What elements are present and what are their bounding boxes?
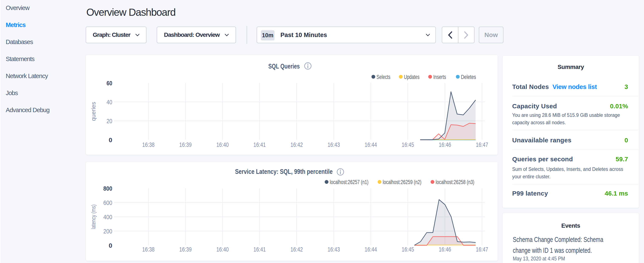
svg-text:200: 200: [103, 228, 112, 235]
svg-text:400: 400: [103, 214, 112, 220]
svg-text:16:43: 16:43: [328, 141, 340, 148]
svg-text:40: 40: [106, 99, 112, 106]
svg-text:16:40: 16:40: [216, 141, 229, 148]
svg-text:16:47: 16:47: [476, 141, 488, 148]
svg-text:60: 60: [106, 80, 112, 87]
svg-text:800: 800: [103, 185, 112, 192]
svg-text:0: 0: [109, 136, 112, 143]
svg-text:localhost:26257 (n1): localhost:26257 (n1): [330, 179, 368, 185]
svg-text:16:43: 16:43: [328, 246, 340, 253]
svg-text:16:39: 16:39: [179, 141, 192, 148]
svg-text:0: 0: [109, 242, 112, 249]
svg-text:localhost:26259 (n2): localhost:26259 (n2): [383, 179, 422, 185]
svg-text:16:38: 16:38: [142, 246, 154, 253]
svg-text:Inserts: Inserts: [433, 74, 446, 80]
svg-text:Selects: Selects: [376, 74, 390, 80]
svg-text:16:47: 16:47: [476, 246, 488, 253]
svg-text:16:39: 16:39: [179, 246, 192, 253]
svg-text:16:44: 16:44: [365, 141, 377, 148]
svg-text:localhost:26258 (n3): localhost:26258 (n3): [436, 179, 474, 185]
svg-text:SQL Queries: SQL Queries: [268, 63, 300, 70]
svg-text:Updates: Updates: [404, 74, 420, 80]
svg-text:16:45: 16:45: [402, 246, 414, 253]
svg-text:16:38: 16:38: [142, 141, 154, 148]
svg-text:600: 600: [103, 199, 112, 206]
svg-text:16:46: 16:46: [439, 246, 451, 253]
svg-text:latency (ms): latency (ms): [90, 204, 97, 229]
svg-text:16:41: 16:41: [254, 246, 266, 253]
svg-text:16:45: 16:45: [402, 141, 414, 148]
svg-text:16:44: 16:44: [365, 246, 377, 253]
svg-text:Deletes: Deletes: [461, 74, 476, 80]
svg-text:16:40: 16:40: [216, 246, 229, 253]
svg-text:queries: queries: [90, 102, 97, 121]
svg-text:16:46: 16:46: [439, 141, 451, 148]
svg-text:20: 20: [106, 118, 112, 124]
svg-text:16:42: 16:42: [290, 141, 303, 148]
svg-text:16:42: 16:42: [290, 246, 303, 253]
svg-text:16:41: 16:41: [254, 141, 266, 148]
svg-text:Service Latency: SQL, 99th per: Service Latency: SQL, 99th percentile: [235, 168, 333, 175]
